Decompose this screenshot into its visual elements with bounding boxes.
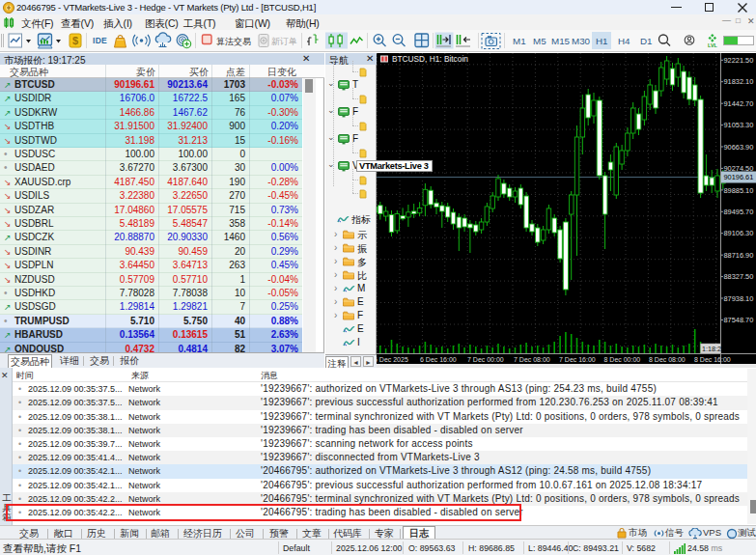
svg-text:IDE: IDE xyxy=(93,36,107,45)
svg-text:90663.90: 90663.90 xyxy=(724,143,754,152)
svg-text:89495.70: 89495.70 xyxy=(724,208,754,216)
svg-text:92221.50: 92221.50 xyxy=(724,56,754,65)
svg-text:90196.61: 90196.61 xyxy=(724,173,754,181)
svg-text:$: $ xyxy=(72,35,78,46)
svg-text:88716.90: 88716.90 xyxy=(724,251,754,260)
svg-text:LVL: LVL xyxy=(708,42,718,48)
svg-text:91442.70: 91442.70 xyxy=(724,99,754,108)
svg-text:8 Dec 08:00: 8 Dec 08:00 xyxy=(649,356,686,363)
svg-text:91053.30: 91053.30 xyxy=(724,121,754,129)
svg-text:BTCUSD, H1: Bitcoin: BTCUSD, H1: Bitcoin xyxy=(392,54,468,64)
svg-text:89885.10: 89885.10 xyxy=(724,186,754,195)
svg-text:6 Dec 2025: 6 Dec 2025 xyxy=(377,356,408,363)
svg-text:89106.30: 89106.30 xyxy=(724,229,754,237)
svg-text:8 Dec 16:00: 8 Dec 16:00 xyxy=(694,356,731,363)
svg-text:1:18:2: 1:18:2 xyxy=(702,345,721,353)
svg-text:7 Dec 16:00: 7 Dec 16:00 xyxy=(559,356,596,363)
svg-text:87548.70: 87548.70 xyxy=(724,316,754,324)
svg-text:7 Dec 08:00: 7 Dec 08:00 xyxy=(514,356,550,363)
svg-text:8 Dec 00:00: 8 Dec 00:00 xyxy=(604,356,641,363)
svg-text:88327.50: 88327.50 xyxy=(724,272,754,281)
svg-text:87938.10: 87938.10 xyxy=(724,294,754,303)
svg-text:6 Dec 16:00: 6 Dec 16:00 xyxy=(420,356,457,363)
svg-text:7 Dec 00:00: 7 Dec 00:00 xyxy=(467,356,504,363)
svg-text:91832.10: 91832.10 xyxy=(724,77,754,86)
